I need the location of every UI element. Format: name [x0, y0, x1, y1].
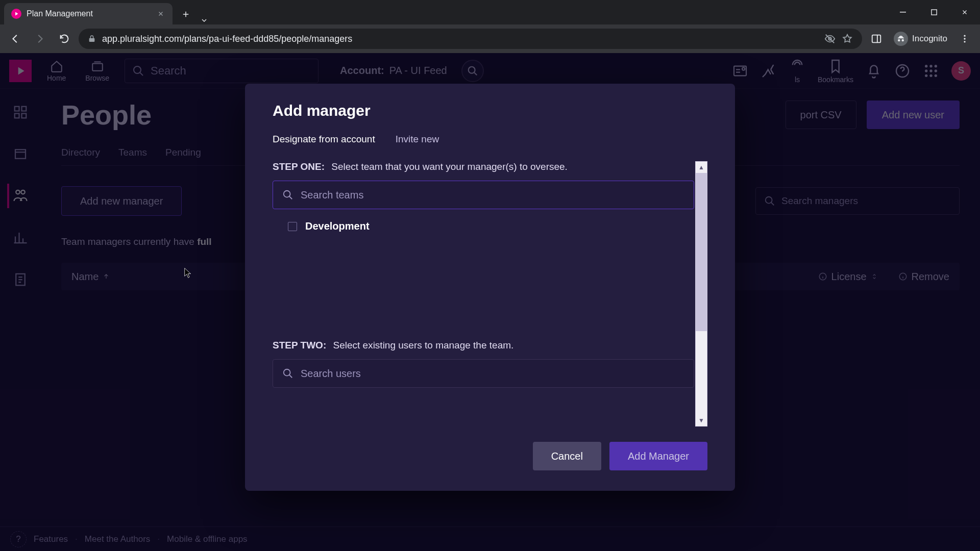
browser-toolbar: app.pluralsight.com/plans/pa-ui-feed-ddd…	[0, 24, 980, 53]
reload-button[interactable]	[54, 29, 75, 49]
modal-actions: Cancel Add Manager	[273, 442, 707, 470]
svg-point-34	[284, 369, 290, 376]
tabs-dropdown-icon[interactable]	[194, 16, 214, 24]
step-two-label: STEP TWO: Select existing users to manag…	[273, 340, 694, 351]
side-panel-icon[interactable]	[866, 29, 887, 49]
team-name: Development	[305, 220, 370, 232]
browser-titlebar: Plan Management	[0, 0, 980, 24]
search-teams-placeholder: Search teams	[301, 189, 363, 201]
forward-button[interactable]	[30, 29, 50, 49]
modal-title: Add manager	[273, 102, 707, 119]
bookmark-star-icon[interactable]	[842, 33, 853, 44]
lock-icon	[88, 35, 96, 43]
svg-rect-3	[872, 35, 881, 43]
svg-rect-0	[900, 12, 906, 13]
incognito-indicator[interactable]: Incognito	[891, 32, 950, 46]
svg-point-4	[964, 35, 965, 37]
svg-point-33	[284, 191, 290, 197]
new-tab-button[interactable]	[178, 6, 194, 22]
browser-menu-icon[interactable]	[954, 29, 975, 49]
search-icon	[282, 189, 293, 201]
search-users-input[interactable]: Search users	[273, 359, 694, 388]
window-controls	[888, 0, 980, 24]
back-button[interactable]	[5, 29, 26, 49]
minimize-button[interactable]	[888, 0, 919, 24]
pluralsight-favicon	[11, 9, 21, 19]
url-text: app.pluralsight.com/plans/pa-ui-feed-ddd…	[102, 34, 818, 44]
app-viewport: Home Browse Search Account: PA - UI Feed…	[0, 53, 980, 551]
checkbox-icon[interactable]	[288, 222, 297, 231]
search-icon	[282, 368, 293, 379]
modal-tabs: Designate from account Invite new	[273, 131, 707, 148]
browser-tab[interactable]: Plan Management	[4, 3, 173, 24]
add-manager-modal: Add manager Designate from account Invit…	[245, 84, 735, 491]
close-window-button[interactable]	[949, 0, 980, 24]
team-list: Development	[273, 209, 694, 327]
incognito-label: Incognito	[912, 34, 947, 44]
team-option-development[interactable]: Development	[277, 216, 690, 236]
tab-title: Plan Management	[27, 9, 93, 18]
modal-scroll-area: STEP ONE: Select team that you want your…	[273, 161, 707, 427]
maximize-button[interactable]	[919, 0, 949, 24]
incognito-icon	[894, 32, 908, 46]
search-teams-input[interactable]: Search teams	[273, 181, 694, 209]
address-bar[interactable]: app.pluralsight.com/plans/pa-ui-feed-ddd…	[79, 29, 862, 49]
tab-invite-new[interactable]: Invite new	[396, 131, 439, 148]
modal-scrollbar[interactable]: ▲ ▼	[695, 161, 707, 427]
svg-point-5	[964, 38, 965, 39]
add-manager-submit-button[interactable]: Add Manager	[609, 442, 707, 470]
tab-designate-from-account[interactable]: Designate from account	[273, 131, 375, 148]
search-users-placeholder: Search users	[301, 368, 361, 380]
svg-point-6	[964, 41, 965, 42]
scroll-up-icon[interactable]: ▲	[696, 162, 707, 173]
step-one-label: STEP ONE: Select team that you want your…	[273, 161, 694, 172]
eye-blocked-icon[interactable]	[824, 33, 836, 44]
svg-rect-1	[931, 9, 936, 14]
scroll-down-icon[interactable]: ▼	[696, 415, 707, 426]
cancel-button[interactable]: Cancel	[533, 442, 601, 470]
scrollbar-thumb[interactable]	[696, 173, 707, 331]
close-tab-icon[interactable]	[156, 9, 165, 18]
